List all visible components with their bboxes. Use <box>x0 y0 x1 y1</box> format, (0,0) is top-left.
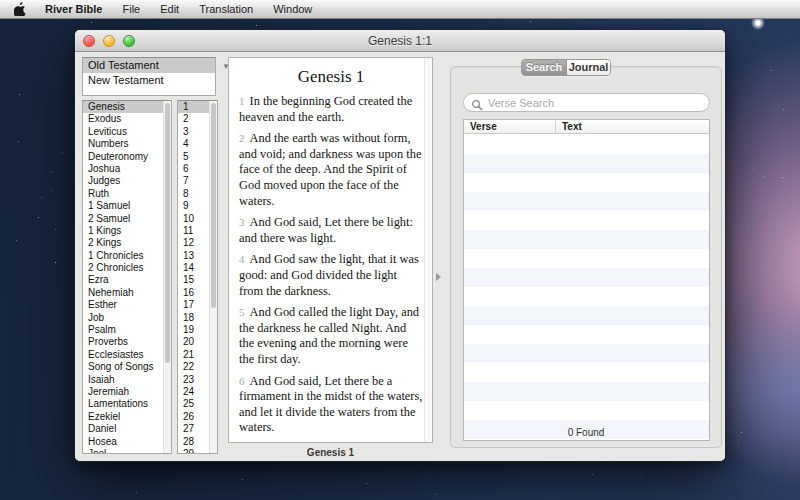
menu-window[interactable]: Window <box>263 3 322 15</box>
column-header-text[interactable]: Text <box>556 120 709 133</box>
book-row[interactable]: Deuteronomy <box>83 151 171 163</box>
verse-number: 3 <box>239 216 245 228</box>
book-row[interactable]: Ruth <box>83 188 171 200</box>
verse[interactable]: 4And God saw the light, that it was good… <box>239 252 423 299</box>
book-row[interactable]: Joshua <box>83 163 171 175</box>
book-row[interactable]: Lamentations <box>83 398 171 410</box>
book-row[interactable]: Joel <box>83 448 171 454</box>
book-row[interactable]: Numbers <box>83 138 171 150</box>
window-content: Old TestamentNew Testament ▼ GenesisExod… <box>75 52 725 461</box>
book-row[interactable]: Hosea <box>83 436 171 448</box>
window-title: Genesis 1:1 <box>75 34 725 48</box>
search-journal-tabs: Search Journal <box>521 59 611 76</box>
chapter-scrollbar[interactable] <box>209 101 217 453</box>
app-window: Genesis 1:1 Old TestamentNew Testament ▼… <box>75 30 725 461</box>
testament-row[interactable]: New Testament <box>83 73 215 88</box>
verse-number: 2 <box>239 132 245 144</box>
book-row[interactable]: 1 Chronicles <box>83 250 171 262</box>
book-row[interactable]: Daniel <box>83 423 171 435</box>
book-row[interactable]: 2 Chronicles <box>83 262 171 274</box>
apple-menu-icon[interactable] <box>0 2 35 16</box>
tab-journal[interactable]: Journal <box>566 60 610 75</box>
menu-edit[interactable]: Edit <box>150 3 189 15</box>
status-text: Genesis 1 <box>228 447 433 458</box>
reader-panel: Genesis 1 1In the beginning God created … <box>228 57 433 443</box>
verse-number: 5 <box>239 306 245 318</box>
search-panel: Search Journal Verse Text <box>450 66 722 448</box>
book-row[interactable]: Jeremiah <box>83 386 171 398</box>
book-row[interactable]: Isaiah <box>83 374 171 386</box>
book-row[interactable]: Proverbs <box>83 336 171 348</box>
reader-scrollbar[interactable] <box>424 58 432 442</box>
minimize-button[interactable] <box>103 35 115 47</box>
book-row[interactable]: Psalm <box>83 324 171 336</box>
book-row[interactable]: Song of Songs <box>83 361 171 373</box>
testament-row[interactable]: Old Testament <box>83 58 215 73</box>
title-bar[interactable]: Genesis 1:1 <box>75 30 725 52</box>
verse[interactable]: 1In the beginning God created the heaven… <box>239 94 423 125</box>
verse-number: 1 <box>239 95 245 107</box>
menu-bar: River Bible File Edit Translation Window <box>0 0 800 19</box>
book-row[interactable]: Esther <box>83 299 171 311</box>
results-header: Verse Text <box>464 120 709 134</box>
zoom-button[interactable] <box>123 35 135 47</box>
book-row[interactable]: Ecclesiastes <box>83 349 171 361</box>
book-row[interactable]: Leviticus <box>83 126 171 138</box>
verse-search-field <box>463 93 710 112</box>
book-row[interactable]: 2 Samuel <box>83 213 171 225</box>
book-row[interactable]: Job <box>83 312 171 324</box>
book-row[interactable]: 2 Kings <box>83 237 171 249</box>
chapter-heading: Genesis 1 <box>239 67 423 87</box>
verse[interactable]: 2And the earth was without form, and voi… <box>239 131 423 209</box>
menu-translation[interactable]: Translation <box>189 3 263 15</box>
found-count: 0 Found <box>451 427 721 438</box>
verse[interactable]: 5And God called the light Day, and the d… <box>239 305 423 367</box>
book-row[interactable]: Judges <box>83 175 171 187</box>
verse-container[interactable]: 1In the beginning God created the heaven… <box>239 94 423 442</box>
book-row[interactable]: 1 Samuel <box>83 200 171 212</box>
book-list: GenesisExodusLeviticusNumbersDeuteronomy… <box>82 100 172 454</box>
verse[interactable]: 3And God said, Let there be light: and t… <box>239 215 423 246</box>
tab-search[interactable]: Search <box>522 60 566 75</box>
results-body[interactable] <box>464 135 709 440</box>
menu-app-name[interactable]: River Bible <box>35 3 112 15</box>
book-row[interactable]: Nehemiah <box>83 287 171 299</box>
book-row[interactable]: Ezra <box>83 274 171 286</box>
close-button[interactable] <box>83 35 95 47</box>
results-table: Verse Text <box>463 119 710 441</box>
testament-list: Old TestamentNew Testament <box>82 57 216 96</box>
search-input[interactable] <box>464 94 709 111</box>
book-row[interactable]: Genesis <box>83 101 171 113</box>
verse-number: 6 <box>239 375 245 387</box>
book-rows: GenesisExodusLeviticusNumbersDeuteronomy… <box>83 101 171 454</box>
book-scrollbar[interactable] <box>163 101 171 453</box>
panel-collapse-handle[interactable] <box>436 273 441 281</box>
book-row[interactable]: Exodus <box>83 113 171 125</box>
chapter-list: 1234567891011121314151617181920212223242… <box>177 100 218 454</box>
book-row[interactable]: 1 Kings <box>83 225 171 237</box>
book-row[interactable]: Ezekiel <box>83 411 171 423</box>
verse-number: 4 <box>239 253 245 265</box>
verse[interactable]: 6And God said, Let there be a firmament … <box>239 374 423 436</box>
column-header-verse[interactable]: Verse <box>464 120 556 133</box>
menu-file[interactable]: File <box>112 3 150 15</box>
